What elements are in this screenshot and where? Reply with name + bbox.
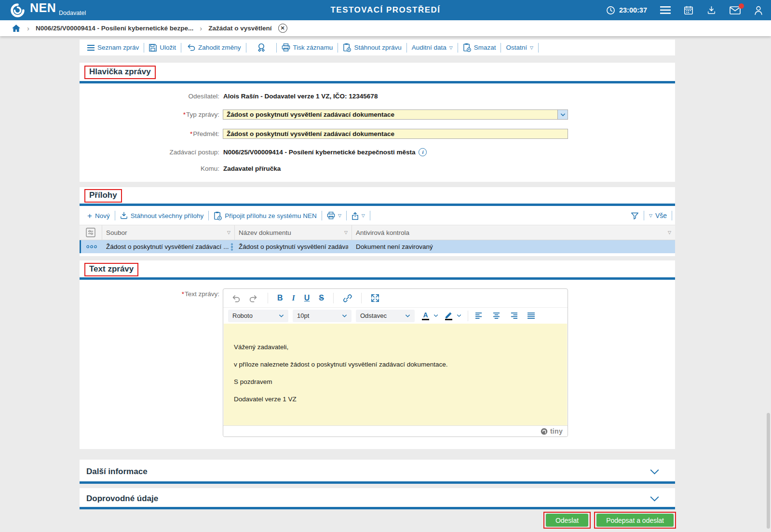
- download-message-button[interactable]: Stáhnout zprávu: [338, 43, 406, 52]
- fullscreen-icon[interactable]: [371, 294, 379, 302]
- message-type-label: *Typ zprávy:: [80, 111, 219, 118]
- message-type-select[interactable]: Žádost o poskytnutí vysvětlení zadávací …: [223, 109, 568, 120]
- annotation-box: Hlavička zprávy: [84, 66, 156, 79]
- export-attachments-button[interactable]: ▽: [347, 212, 370, 220]
- save-button[interactable]: Uložit: [144, 44, 181, 52]
- other-actions-menu[interactable]: Ostatní▽: [501, 44, 538, 51]
- audit-data-menu[interactable]: Auditní data▽: [407, 44, 458, 51]
- section-message-header: Hlavička zprávy Odesílatel: Alois Rašín …: [80, 63, 675, 182]
- section-underline: [80, 507, 675, 509]
- filter-icon[interactable]: [626, 212, 644, 220]
- required-mark: *: [182, 290, 184, 298]
- divider: [468, 311, 468, 321]
- new-attachment-button[interactable]: + Nový: [82, 212, 115, 220]
- dropdown-triangle-icon: ▽: [649, 213, 652, 218]
- message-paragraph: Vážený zadavateli,: [234, 343, 557, 351]
- chevron-down-icon[interactable]: [649, 496, 660, 502]
- print-attachments-button[interactable]: ▽: [322, 212, 346, 219]
- recipient-value: Zadavatel příručka: [223, 165, 281, 172]
- text-color-button[interactable]: A: [422, 312, 429, 320]
- downloads-icon[interactable]: [706, 5, 717, 15]
- bold-button[interactable]: B: [277, 294, 283, 302]
- sender-label: Odesílatel:: [80, 93, 219, 100]
- user-icon[interactable]: [754, 5, 763, 15]
- underline-button[interactable]: U: [304, 294, 310, 302]
- align-right-button[interactable]: [509, 312, 518, 319]
- attach-from-nen-button[interactable]: Připojit přílohu ze systému NEN: [209, 211, 322, 220]
- procedure-label: Zadávací postup:: [80, 149, 219, 156]
- column-settings-button[interactable]: [80, 225, 102, 240]
- procedure-value: N006/25/V00009414 - Posílení kybernetick…: [223, 148, 427, 156]
- home-icon[interactable]: [12, 24, 21, 32]
- message-text-label: *Text zprávy:: [80, 290, 219, 298]
- calendar-icon[interactable]: [684, 5, 693, 15]
- info-icon[interactable]: i: [419, 148, 427, 156]
- font-family-select[interactable]: Roboto: [228, 310, 288, 322]
- scrollbar-thumb[interactable]: [767, 413, 770, 529]
- section-underline: [80, 81, 675, 83]
- seal-icon[interactable]: [246, 43, 276, 53]
- align-justify-button[interactable]: [527, 312, 536, 319]
- attachment-row[interactable]: Žádost o poskytnutí vysvětlení zadávací …: [80, 240, 675, 253]
- messages-icon[interactable]: [730, 6, 741, 14]
- annotation-box: Odeslat: [543, 512, 591, 529]
- select-dropdown-button[interactable]: [557, 110, 568, 119]
- section-accompanying-data[interactable]: Doprovodné údaje: [80, 488, 675, 509]
- chevron-right-icon: ›: [200, 24, 202, 32]
- screen: NEN Dodavatel TESTOVACÍ PROSTŘEDÍ 23:00:…: [0, 0, 771, 532]
- subject-label: *Předmět:: [80, 130, 219, 137]
- section-message-text: Text zprávy *Text zprávy: B I U S: [80, 260, 675, 449]
- send-button[interactable]: Odeslat: [546, 514, 588, 527]
- delete-button[interactable]: Smazat: [458, 43, 501, 52]
- font-size-select[interactable]: 10pt: [293, 310, 352, 322]
- section-title: Doprovodné údaje: [86, 494, 158, 504]
- print-record-button[interactable]: Tisk záznamu: [277, 43, 338, 52]
- discard-changes-button[interactable]: Zahodit změny: [181, 44, 246, 51]
- message-list-button[interactable]: Seznam zpráv: [82, 44, 144, 51]
- undo-icon[interactable]: [231, 294, 240, 302]
- link-icon[interactable]: [343, 294, 352, 303]
- section-additional-info[interactable]: Další informace: [80, 460, 675, 484]
- sort-triangle-icon[interactable]: ▽: [344, 230, 348, 235]
- menu-icon[interactable]: [660, 6, 671, 14]
- chevron-down-icon[interactable]: [433, 314, 438, 317]
- highlight-color-button[interactable]: [445, 312, 452, 320]
- strikethrough-button[interactable]: S: [319, 294, 324, 302]
- redo-icon[interactable]: [249, 294, 258, 302]
- message-type-value: Žádost o poskytnutí vysvětlení zadávací …: [223, 111, 557, 118]
- tinymce-brand[interactable]: tiny: [550, 427, 563, 435]
- editor-content[interactable]: Vážený zadavateli, v příloze naleznete ž…: [224, 324, 567, 425]
- cell-document-name: Žádost o poskytnutí vysvětlení zadáva...: [235, 240, 352, 253]
- editor-toolbar-row2: Roboto 10pt Odstavec A: [223, 307, 568, 324]
- filter-all-button[interactable]: ▽ Vše: [644, 212, 672, 219]
- divider: [361, 293, 362, 303]
- sender-value: Alois Rašín - Dodavatel verze 1 VZ, IČO:…: [223, 93, 378, 100]
- header-icons: 23:00:37: [606, 0, 763, 20]
- unread-badge: [739, 3, 744, 9]
- cell-handle-icon[interactable]: [230, 243, 233, 251]
- column-header-document-name[interactable]: Název dokumentu▽: [235, 225, 352, 240]
- sort-triangle-icon[interactable]: ▽: [668, 230, 671, 235]
- annotation-box: Podepsat a odeslat: [594, 512, 676, 529]
- required-mark: *: [183, 111, 186, 118]
- column-header-antivirus[interactable]: Antivirová kontrola▽: [352, 225, 675, 240]
- row-menu-icon[interactable]: [81, 240, 102, 253]
- editor-toolbar-row1: B I U S: [223, 289, 568, 307]
- download-all-attachments-button[interactable]: Stáhnout všechny přílohy: [115, 212, 209, 219]
- align-center-button[interactable]: [492, 312, 501, 319]
- chevron-down-icon[interactable]: [457, 314, 461, 317]
- chevron-down-icon[interactable]: [649, 469, 660, 475]
- sort-triangle-icon[interactable]: ▽: [227, 230, 230, 235]
- breadcrumb-procedure[interactable]: N006/25/V00009414 - Posílení kybernetick…: [36, 25, 193, 32]
- close-tab-icon[interactable]: ✕: [278, 24, 287, 33]
- sign-and-send-button[interactable]: Podepsat a odeslat: [596, 514, 674, 527]
- recipient-label: Komu:: [80, 165, 219, 172]
- rich-text-editor[interactable]: B I U S Roboto 10pt: [223, 288, 568, 437]
- subject-input[interactable]: Žádost o poskytnutí vysvětlení zadávací …: [223, 129, 568, 139]
- block-format-select[interactable]: Odstavec: [356, 310, 415, 322]
- breadcrumb: › N006/25/V00009414 - Posílení kyberneti…: [0, 20, 771, 36]
- column-header-file[interactable]: Soubor▽: [102, 225, 235, 240]
- italic-button[interactable]: I: [292, 294, 295, 302]
- align-left-button[interactable]: [474, 312, 484, 319]
- breadcrumb-current[interactable]: Zažádat o vysvětlení: [208, 25, 271, 32]
